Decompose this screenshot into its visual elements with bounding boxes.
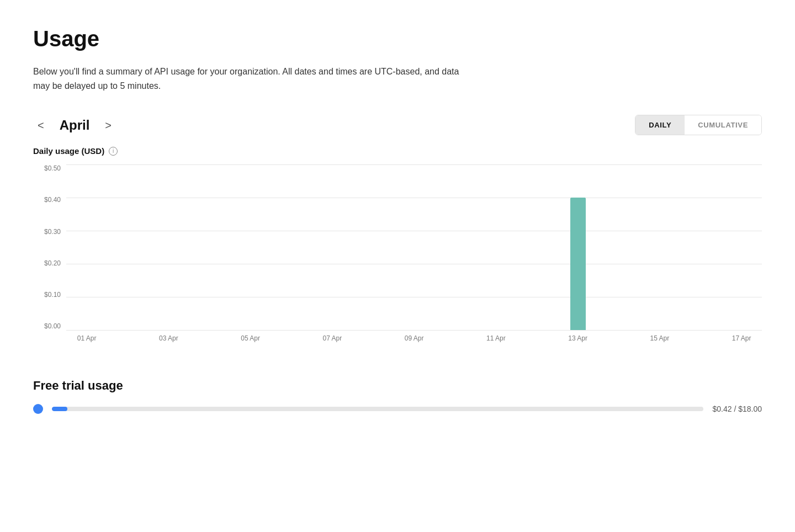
x-slot-0: 01 Apr: [66, 334, 107, 342]
progress-label: $0.42 / $18.00: [712, 405, 762, 413]
x-slot-8: 09 Apr: [394, 334, 434, 342]
progress-container: $0.42 / $18.00: [33, 404, 762, 414]
page-title: Usage: [33, 26, 762, 51]
bar-slot-8: [394, 164, 434, 330]
x-slot-12: 13 Apr: [558, 334, 598, 342]
y-label-2: $0.30: [44, 228, 61, 236]
bar-slot-0: [66, 164, 107, 330]
progress-dot: [33, 404, 43, 414]
y-label-0: $0.50: [44, 164, 61, 172]
bar-slot-2: [148, 164, 189, 330]
month-navigation: < April >: [33, 118, 116, 133]
x-slot-6: 07 Apr: [312, 334, 353, 342]
bar-slot-13: [598, 164, 639, 330]
chart-title-row: Daily usage (USD) i: [33, 146, 762, 156]
bar-chart: $0.50 $0.40 $0.30 $0.20 $0.10 $0.00: [33, 164, 762, 352]
daily-toggle-button[interactable]: DAILY: [635, 115, 685, 135]
progress-bar-inner: [52, 407, 67, 411]
bar-slot-10: [475, 164, 516, 330]
y-label-5: $0.00: [44, 322, 61, 330]
daily-chart-section: Daily usage (USD) i $0.50 $0.40 $0.30 $0…: [33, 146, 762, 352]
bar-slot-9: [434, 164, 475, 330]
cumulative-toggle-button[interactable]: CUMULATIVE: [685, 115, 761, 135]
bar-slot-4: [230, 164, 271, 330]
bar-slot-3: [189, 164, 230, 330]
bar-slot-14: [639, 164, 680, 330]
next-month-button[interactable]: >: [100, 118, 116, 133]
free-trial-title: Free trial usage: [33, 379, 762, 393]
x-slot-10: 11 Apr: [475, 334, 516, 342]
chart-controls: < April > DAILY CUMULATIVE: [33, 115, 762, 135]
bar-slot-16: [721, 164, 762, 330]
y-label-4: $0.10: [44, 291, 61, 299]
x-axis: 01 Apr 03 Apr 05 Apr 07 Apr 09 Apr 11 Ap…: [66, 330, 762, 352]
y-label-3: $0.20: [44, 259, 61, 267]
y-axis: $0.50 $0.40 $0.30 $0.20 $0.10 $0.00: [33, 164, 66, 330]
bar-slot-6: [312, 164, 353, 330]
bar-slot-1: [107, 164, 148, 330]
info-icon[interactable]: i: [109, 147, 118, 156]
bar-slot-7: [353, 164, 394, 330]
current-month-label: April: [60, 118, 90, 133]
chart-inner: [66, 164, 762, 330]
bar-slot-11: [516, 164, 557, 330]
progress-bar-outer: [52, 407, 703, 411]
bar-slot-15: [680, 164, 721, 330]
y-label-1: $0.40: [44, 196, 61, 204]
x-slot-4: 05 Apr: [230, 334, 271, 342]
bar-slot-12: [558, 164, 598, 330]
chart-title: Daily usage (USD): [33, 146, 104, 156]
x-slot-14: 15 Apr: [639, 334, 680, 342]
x-slot-16: 17 Apr: [721, 334, 762, 342]
bar-12: [570, 198, 586, 330]
x-slot-2: 03 Apr: [148, 334, 189, 342]
bars-area: [66, 164, 762, 330]
page-description: Below you'll find a summary of API usage…: [33, 65, 475, 93]
view-toggle-group: DAILY CUMULATIVE: [635, 115, 762, 135]
bar-slot-5: [271, 164, 312, 330]
prev-month-button[interactable]: <: [33, 118, 49, 133]
free-trial-section: Free trial usage $0.42 / $18.00: [33, 379, 762, 414]
